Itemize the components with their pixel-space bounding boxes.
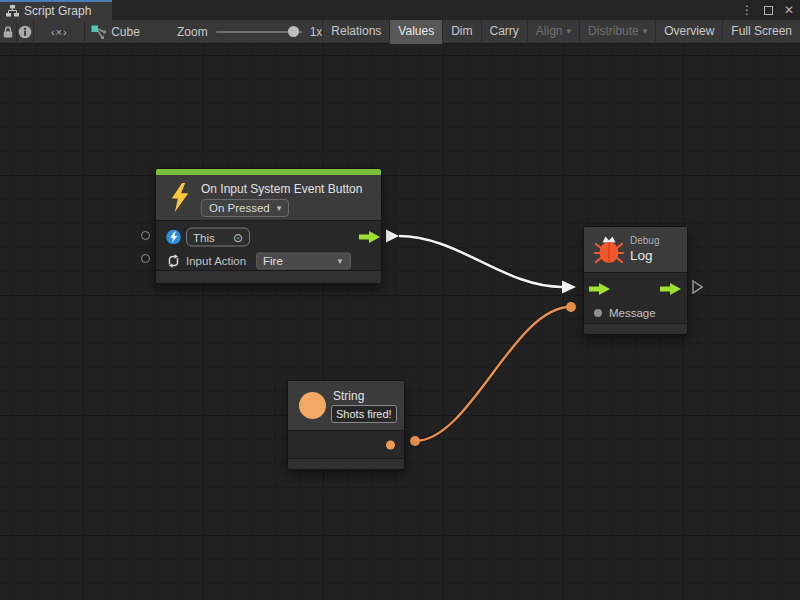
this-object-field[interactable]: This ⊙ bbox=[186, 228, 250, 247]
string-out-port[interactable] bbox=[386, 440, 395, 449]
close-icon[interactable]: ✕ bbox=[784, 0, 794, 20]
toolbar-toggles: Relations Values Dim Carry Align▾ Distri… bbox=[322, 20, 800, 44]
window-menu-icon[interactable]: ⋮ bbox=[741, 0, 753, 20]
lightning-bolt-icon bbox=[169, 183, 191, 212]
log-exit-port-marker[interactable] bbox=[693, 281, 702, 293]
node-debug-log[interactable]: Debug Log Message bbox=[583, 226, 688, 335]
event-this-row: This ⊙ bbox=[156, 224, 381, 250]
script-graph-window: Script Graph ⋮ ✕ ‹×› bbox=[0, 0, 800, 600]
wire-start-dot bbox=[410, 436, 420, 446]
code-icon: ‹×› bbox=[51, 26, 68, 38]
relations-button[interactable]: Relations bbox=[322, 20, 389, 44]
overview-button[interactable]: Overview bbox=[655, 20, 722, 44]
log-node-title: Log bbox=[630, 248, 653, 263]
object-picker-icon[interactable]: ⊙ bbox=[233, 230, 243, 244]
carry-button[interactable]: Carry bbox=[481, 20, 527, 44]
string-node-body bbox=[288, 430, 404, 458]
wire-start-arrow bbox=[386, 230, 399, 243]
zoom-label: Zoom bbox=[177, 25, 208, 39]
dim-button[interactable]: Dim bbox=[442, 20, 480, 44]
values-button[interactable]: Values bbox=[389, 20, 442, 44]
string-value-input[interactable] bbox=[331, 405, 397, 423]
event-node-body: This ⊙ Input Action bbox=[156, 220, 381, 270]
lock-icon bbox=[1, 25, 15, 39]
message-label: Message bbox=[609, 307, 656, 319]
string-type-icon bbox=[299, 392, 326, 419]
log-flow-row bbox=[584, 276, 687, 302]
tab-script-graph[interactable]: Script Graph bbox=[0, 0, 112, 20]
string-node-title: String bbox=[333, 389, 364, 403]
event-mode-dropdown[interactable]: On Pressed ▾ bbox=[201, 199, 289, 217]
event-action-port[interactable] bbox=[141, 254, 150, 263]
graph-icon bbox=[6, 5, 19, 17]
tab-title: Script Graph bbox=[24, 4, 91, 18]
title-bar: Script Graph ⋮ ✕ bbox=[0, 0, 800, 20]
event-node-header[interactable]: On Input System Event Button On Pressed … bbox=[156, 175, 381, 220]
log-node-category: Debug bbox=[630, 235, 659, 246]
chevron-down-icon: ▼ bbox=[336, 256, 344, 265]
code-preview-button[interactable]: ‹×› bbox=[34, 20, 85, 44]
lock-button[interactable] bbox=[0, 20, 17, 44]
fullscreen-button[interactable]: Full Screen bbox=[722, 20, 800, 44]
zoom-control: Zoom 1x bbox=[159, 20, 322, 44]
trigger-out-port[interactable] bbox=[359, 231, 380, 243]
zoom-value: 1x bbox=[310, 25, 323, 39]
event-this-port[interactable] bbox=[141, 231, 150, 240]
wire-string-to-message[interactable] bbox=[415, 307, 570, 441]
graph-canvas[interactable]: On Input System Event Button On Pressed … bbox=[0, 44, 800, 600]
input-action-dropdown[interactable]: Fire ▼ bbox=[256, 252, 351, 269]
node-string-literal[interactable]: String bbox=[287, 380, 405, 470]
flow-out-port[interactable] bbox=[660, 283, 681, 295]
graph-asset-icon bbox=[91, 25, 107, 39]
input-action-icon bbox=[166, 253, 181, 268]
chevron-down-icon: ▾ bbox=[567, 26, 572, 36]
wire-end-arrow bbox=[562, 281, 576, 294]
log-node-footer bbox=[584, 323, 687, 334]
zoom-slider-handle[interactable] bbox=[288, 26, 299, 37]
input-action-label: Input Action bbox=[186, 255, 246, 267]
message-port[interactable] bbox=[594, 309, 602, 317]
node-on-input-system-event-button[interactable]: On Input System Event Button On Pressed … bbox=[155, 168, 382, 284]
distribute-button[interactable]: Distribute▾ bbox=[579, 20, 655, 44]
event-action-row: Input Action Fire ▼ bbox=[156, 250, 381, 271]
wire-end-dot bbox=[566, 302, 576, 312]
maximize-icon[interactable] bbox=[764, 6, 773, 15]
gameobject-icon bbox=[166, 230, 181, 245]
string-node-header[interactable]: String bbox=[288, 381, 404, 430]
event-node-title: On Input System Event Button bbox=[201, 182, 362, 196]
align-button[interactable]: Align▾ bbox=[527, 20, 579, 44]
inspect-button[interactable] bbox=[17, 20, 35, 44]
zoom-slider[interactable] bbox=[216, 31, 302, 33]
chevron-down-icon: ▾ bbox=[277, 203, 282, 213]
graph-toolbar: ‹×› Cube Zoom 1x Relations Values Dim Ca… bbox=[0, 20, 800, 44]
target-label: Cube bbox=[111, 25, 140, 39]
string-node-footer bbox=[288, 458, 404, 469]
log-message-row: Message bbox=[584, 302, 687, 324]
log-node-header[interactable]: Debug Log bbox=[584, 227, 687, 272]
debug-bug-icon bbox=[593, 234, 625, 265]
graph-target[interactable]: Cube bbox=[85, 20, 159, 44]
flow-in-port[interactable] bbox=[589, 283, 610, 295]
event-node-footer bbox=[156, 270, 381, 283]
wire-event-to-log[interactable] bbox=[399, 236, 562, 287]
window-controls: ⋮ ✕ bbox=[741, 0, 794, 20]
chevron-down-icon: ▾ bbox=[643, 26, 648, 36]
log-node-body: Message bbox=[584, 272, 687, 323]
info-icon bbox=[18, 25, 32, 39]
